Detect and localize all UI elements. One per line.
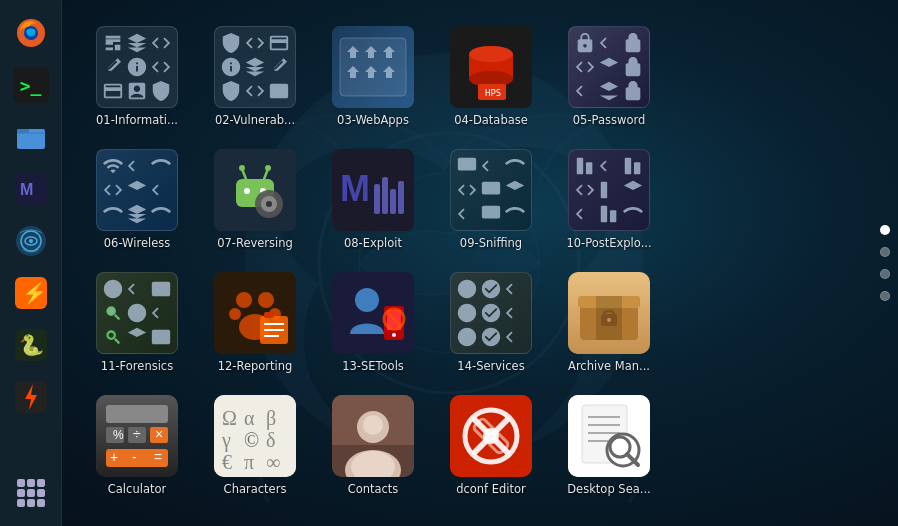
svg-rect-53 bbox=[458, 158, 476, 171]
svg-rect-5 bbox=[17, 129, 29, 133]
svg-text:-: - bbox=[132, 449, 137, 465]
app-label: 05-Password bbox=[573, 113, 646, 127]
svg-rect-24 bbox=[17, 499, 25, 507]
app-label: 02-Vulnerab... bbox=[215, 113, 295, 127]
svg-text:©: © bbox=[244, 429, 259, 451]
pagination-dot-4[interactable] bbox=[880, 291, 890, 301]
taskbar-venom[interactable]: 🐍 bbox=[8, 322, 54, 368]
app-archive-manager[interactable]: Archive Man... bbox=[554, 266, 664, 377]
svg-text:€: € bbox=[222, 451, 232, 473]
app-13-setools[interactable]: 13-SETools bbox=[318, 266, 428, 377]
app-12-reporting[interactable]: 12-Reporting bbox=[200, 266, 310, 377]
pagination-dot-1[interactable] bbox=[880, 225, 890, 235]
svg-rect-62 bbox=[610, 210, 616, 222]
app-label: Desktop Sea... bbox=[567, 482, 650, 496]
app-09-sniffing[interactable]: 09-Sniffing bbox=[436, 143, 546, 254]
svg-point-46 bbox=[266, 201, 272, 207]
svg-point-42 bbox=[244, 188, 250, 194]
app-04-database[interactable]: HPS 04-Database bbox=[436, 20, 546, 131]
taskbar-burpsuite[interactable]: ⚡ bbox=[8, 270, 54, 316]
svg-text:M: M bbox=[340, 168, 370, 209]
app-characters[interactable]: Ω α β γ © δ € π ∞ Characters bbox=[200, 389, 310, 500]
app-label: 01-Informati... bbox=[96, 113, 178, 127]
app-03-webapps[interactable]: 03-WebApps bbox=[318, 20, 428, 131]
pagination-dot-2[interactable] bbox=[880, 247, 890, 257]
svg-point-41 bbox=[265, 165, 271, 171]
taskbar-firefox[interactable] bbox=[8, 10, 54, 56]
svg-rect-21 bbox=[17, 489, 25, 497]
app-label: Characters bbox=[224, 482, 287, 496]
svg-rect-28 bbox=[340, 38, 406, 96]
svg-rect-52 bbox=[398, 181, 404, 214]
app-label: 08-Exploit bbox=[344, 236, 402, 250]
svg-rect-57 bbox=[586, 163, 592, 175]
app-desktop-search[interactable]: Desktop Sea... bbox=[554, 389, 664, 500]
taskbar-all-apps[interactable] bbox=[8, 470, 54, 516]
svg-point-67 bbox=[258, 292, 274, 308]
svg-text:=: = bbox=[154, 449, 162, 465]
taskbar-kali[interactable] bbox=[8, 218, 54, 264]
app-06-wireless[interactable]: 06-Wireless bbox=[82, 143, 192, 254]
svg-rect-56 bbox=[577, 158, 583, 175]
app-01-information[interactable]: 01-Informati... bbox=[82, 20, 192, 131]
svg-text:γ: γ bbox=[221, 429, 231, 452]
app-05-password[interactable]: 05-Password bbox=[554, 20, 664, 131]
taskbar: >_ M ⚡ bbox=[0, 0, 62, 526]
app-row-4: % ÷ × + - = Calculator Ω bbox=[82, 389, 868, 500]
svg-rect-20 bbox=[37, 479, 45, 487]
svg-rect-51 bbox=[390, 189, 396, 214]
svg-text:⚡: ⚡ bbox=[22, 281, 47, 305]
svg-rect-49 bbox=[374, 184, 380, 214]
svg-point-40 bbox=[239, 165, 245, 171]
svg-rect-22 bbox=[27, 489, 35, 497]
taskbar-terminal[interactable]: >_ bbox=[8, 62, 54, 108]
app-grid: 01-Informati... 02-Vulnerab... bbox=[82, 20, 868, 500]
app-label: 07-Reversing bbox=[217, 236, 293, 250]
svg-point-88 bbox=[607, 318, 611, 322]
svg-text:÷: ÷ bbox=[133, 426, 141, 442]
app-row-2: 06-Wireless bbox=[82, 143, 868, 254]
app-02-vulnerability[interactable]: 02-Vulnerab... bbox=[200, 20, 310, 131]
taskbar-files[interactable] bbox=[8, 114, 54, 160]
app-label: Archive Man... bbox=[568, 359, 650, 373]
app-label: Contacts bbox=[348, 482, 399, 496]
svg-text:β: β bbox=[266, 407, 276, 430]
svg-point-63 bbox=[108, 307, 115, 314]
svg-rect-59 bbox=[634, 163, 640, 175]
svg-rect-55 bbox=[482, 205, 500, 218]
svg-text:HPS: HPS bbox=[485, 88, 501, 98]
app-label: 12-Reporting bbox=[218, 359, 293, 373]
app-row-1: 01-Informati... 02-Vulnerab... bbox=[82, 20, 868, 131]
app-14-services[interactable]: 14-Services bbox=[436, 266, 546, 377]
app-label: 11-Forensics bbox=[101, 359, 173, 373]
svg-point-77 bbox=[355, 288, 379, 312]
taskbar-zaproxy[interactable] bbox=[8, 374, 54, 420]
svg-text:+: + bbox=[110, 449, 118, 465]
svg-point-115 bbox=[363, 415, 383, 435]
svg-rect-61 bbox=[601, 205, 607, 222]
app-dconf-editor[interactable]: dconf Editor bbox=[436, 389, 546, 500]
app-10-postexp[interactable]: 10-PostExplo... bbox=[554, 143, 664, 254]
svg-rect-72 bbox=[264, 312, 274, 318]
app-08-exploit[interactable]: M 08-Exploit bbox=[318, 143, 428, 254]
svg-text:α: α bbox=[244, 407, 255, 429]
svg-rect-25 bbox=[27, 499, 35, 507]
app-contacts[interactable]: Contacts bbox=[318, 389, 428, 500]
desktop: 01-Informati... 02-Vulnerab... bbox=[62, 0, 898, 526]
pagination-dots bbox=[880, 225, 890, 301]
svg-rect-50 bbox=[382, 177, 388, 214]
app-07-reversing[interactable]: 07-Reversing bbox=[200, 143, 310, 254]
svg-text:×: × bbox=[155, 426, 163, 442]
app-label: Calculator bbox=[108, 482, 166, 496]
app-label: 13-SETools bbox=[342, 359, 404, 373]
svg-point-80 bbox=[392, 333, 396, 337]
svg-rect-23 bbox=[37, 489, 45, 497]
pagination-dot-3[interactable] bbox=[880, 269, 890, 279]
app-11-forensics[interactable]: 11-Forensics bbox=[82, 266, 192, 377]
taskbar-maltego[interactable]: M bbox=[8, 166, 54, 212]
svg-text:Ω: Ω bbox=[222, 407, 237, 429]
svg-point-68 bbox=[229, 308, 241, 320]
svg-rect-58 bbox=[624, 158, 630, 175]
app-calculator[interactable]: % ÷ × + - = Calculator bbox=[82, 389, 192, 500]
svg-rect-18 bbox=[17, 479, 25, 487]
